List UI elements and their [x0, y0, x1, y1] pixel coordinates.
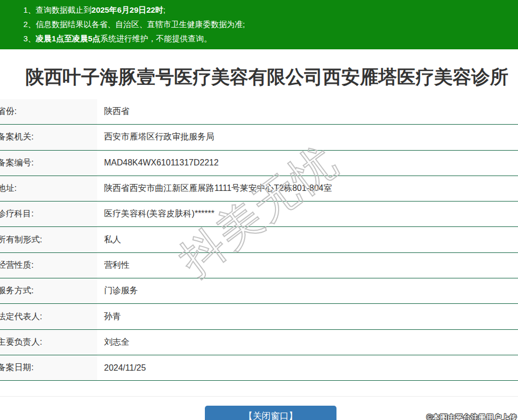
row-label: 省份: — [0, 99, 97, 124]
table-row: 诊疗科目: 医疗美容科(美容皮肤科)****** — [0, 202, 518, 227]
table-row: 经营性质: 营利性 — [0, 253, 518, 278]
row-label: 经营性质: — [0, 253, 97, 278]
uploader-stamp: ©本图由平台注册用户上传 — [427, 413, 517, 420]
notice-num: 3、 — [23, 34, 36, 43]
row-value: 刘志全 — [97, 330, 518, 355]
row-label-text: 备案机关: — [0, 132, 33, 143]
row-value: 西安市雁塔区行政审批服务局 — [97, 125, 518, 150]
row-value: 营利性 — [97, 253, 518, 278]
notice-text: ; — [163, 5, 165, 14]
row-label-text: 备案日期: — [0, 362, 33, 373]
close-window-button[interactable]: 【关闭窗口】 — [205, 406, 336, 420]
row-value: 孙青 — [97, 304, 518, 329]
notice-text: 查询数据截止到 — [36, 5, 91, 14]
row-label: 服务方式: — [0, 278, 97, 303]
table-row: 地址: 陕西省西安市曲江新区雁展路1111号莱安中心T2栋801-804室 — [0, 176, 518, 202]
row-label: 地址: — [0, 176, 97, 201]
row-label: 诊疗科目: — [0, 202, 97, 226]
notice-line-3: 3、凌晨1点至凌晨5点系统进行维护，不能提供查询。 — [23, 31, 513, 46]
page: 1、查询数据截止到2025年6月29日22时; 2、信息数据结果以各省、自治区、… — [0, 0, 518, 420]
row-label: 备案编号: — [0, 151, 97, 176]
row-value: 陕西省西安市曲江新区雁展路1111号莱安中心T2栋801-804室 — [97, 176, 518, 201]
notice-num: 1、 — [23, 5, 36, 14]
row-value: 陕西省 — [97, 99, 518, 124]
row-label-text: 法定代表人: — [0, 311, 42, 322]
notice-line-1: 1、查询数据截止到2025年6月29日22时; — [23, 3, 513, 17]
row-value: 私人 — [97, 227, 518, 252]
row-value: 门诊服务 — [97, 278, 518, 303]
notice-text: 系统进行维护，不能提供查询。 — [100, 34, 212, 43]
notice-num: 2、 — [23, 20, 36, 29]
table-row: 服务方式: 门诊服务 — [0, 278, 518, 304]
row-label-text: 所有制形式: — [0, 234, 42, 246]
notice-bold: 凌晨1点至凌晨5点 — [36, 34, 100, 43]
notice-text: 信息数据结果以各省、自治区、直辖市卫生健康委数据为准; — [36, 20, 245, 29]
row-label-text: 地址: — [0, 183, 16, 194]
row-label: 备案日期: — [0, 355, 97, 380]
row-label: 备案机关: — [0, 125, 97, 150]
footer-divider — [0, 396, 518, 397]
table-row: 省份: 陕西省 — [0, 99, 518, 125]
info-table: 省份: 陕西省 备案机关: 西安市雁塔区行政审批服务局 备案编号: MAD48K… — [0, 99, 518, 381]
row-value: 2024/11/25 — [97, 355, 518, 380]
table-row: 主要负责人: 刘志全 — [0, 330, 518, 355]
row-value: 医疗美容科(美容皮肤科)****** — [97, 202, 518, 226]
table-row: 所有制形式: 私人 — [0, 227, 518, 252]
row-label-text: 诊疗科目: — [0, 208, 33, 220]
notice-banner: 1、查询数据截止到2025年6月29日22时; 2、信息数据结果以各省、自治区、… — [0, 0, 518, 49]
notice-line-2: 2、信息数据结果以各省、自治区、直辖市卫生健康委数据为准; — [23, 17, 513, 31]
row-label-text: 主要负责人: — [0, 337, 42, 348]
row-label: 主要负责人: — [0, 330, 97, 355]
table-row: 备案机关: 西安市雁塔区行政审批服务局 — [0, 125, 518, 150]
row-label: 所有制形式: — [0, 227, 97, 252]
table-row: 备案日期: 2024/11/25 — [0, 355, 518, 381]
page-title: 陕西叶子海豚壹号医疗美容有限公司西安雁塔医疗美容诊所 — [25, 65, 508, 90]
row-label-text: 服务方式: — [0, 285, 33, 296]
table-row: 法定代表人: 孙青 — [0, 304, 518, 329]
notice-bold: 2025年6月29日22时 — [91, 5, 163, 14]
row-label-text: 备案编号: — [0, 158, 33, 169]
row-label-text: 经营性质: — [0, 260, 33, 271]
table-row: 备案编号: MAD48K4WX61011317D2212 — [0, 151, 518, 176]
row-label-text: 省份: — [0, 106, 16, 117]
row-label: 法定代表人: — [0, 304, 97, 329]
row-value: MAD48K4WX61011317D2212 — [97, 151, 518, 176]
